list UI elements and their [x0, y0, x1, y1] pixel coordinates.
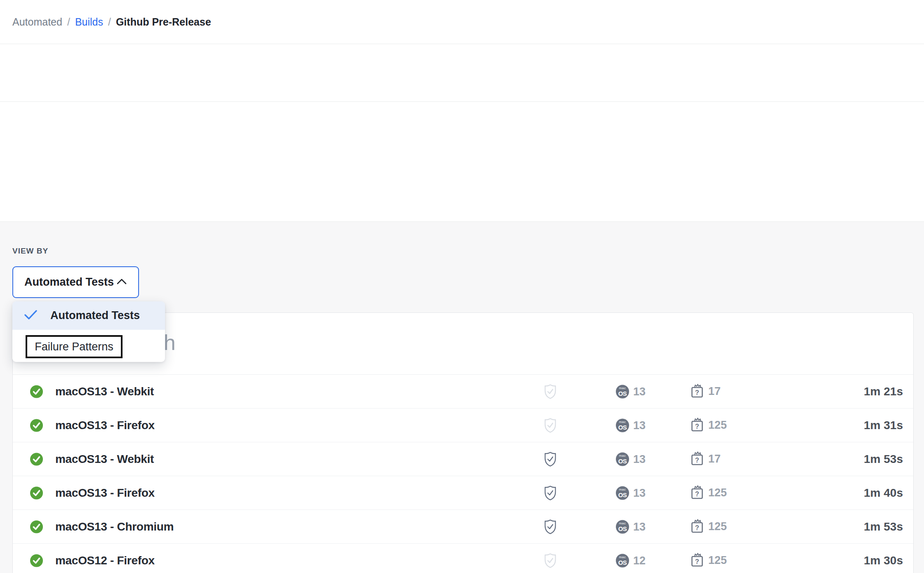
- test-row[interactable]: macOS13 - Firefox macOS 13 ? 125 1m: [13, 409, 913, 442]
- test-duration: 1m 40s: [864, 486, 903, 500]
- view-by-selected-value: Automated Tests: [24, 276, 114, 289]
- menu-item-automated-tests[interactable]: Automated Tests: [12, 301, 165, 330]
- test-row[interactable]: macOS13 - Chromium macOS 13 ? 125 1m: [13, 510, 913, 544]
- tests-column: ? 125: [690, 417, 727, 434]
- tests-count: 125: [708, 554, 727, 567]
- test-duration: 1m 21s: [864, 385, 903, 398]
- view-by-menu: Automated Tests Failure Patterns: [12, 301, 165, 362]
- menu-item-label: Failure Patterns: [35, 341, 113, 353]
- svg-text:?: ?: [695, 457, 699, 464]
- passed-status-icon: [30, 385, 43, 398]
- camera-question-icon: ?: [690, 552, 704, 569]
- passed-status-icon: [30, 520, 43, 533]
- test-name: macOS12 - Firefox: [55, 554, 155, 567]
- os-version: 13: [633, 486, 646, 499]
- tests-column: ? 125: [690, 552, 727, 569]
- test-name: macOS13 - Chromium: [55, 520, 174, 533]
- camera-question-icon: ?: [690, 518, 704, 535]
- menu-item-label: Automated Tests: [50, 309, 140, 322]
- tests-column: ? 125: [690, 484, 727, 502]
- tests-list: macOS13 - Webkit macOS 13 ? 17 1m 21: [13, 375, 913, 573]
- camera-question-icon: ?: [690, 484, 704, 502]
- os-column: macOS 13: [616, 452, 646, 466]
- tests-column: ? 17: [690, 383, 721, 400]
- passed-status-icon: [30, 486, 43, 499]
- tests-column: ? 17: [690, 451, 721, 468]
- macos-badge-icon: macOS: [616, 418, 629, 432]
- breadcrumb-separator: /: [108, 16, 111, 28]
- os-column: macOS 13: [616, 520, 646, 533]
- build-summary-section: 0 QUEUED 0 RUNNING 0 COMPLETED 0 ERRORED…: [0, 102, 924, 222]
- test-name: macOS13 - Firefox: [55, 486, 155, 500]
- passed-status-icon: [30, 453, 43, 465]
- test-duration: 1m 53s: [864, 453, 903, 466]
- macos-badge-icon: macOS: [616, 452, 629, 466]
- breadcrumb-builds-link[interactable]: Builds: [75, 16, 103, 28]
- breadcrumb-automated: Automated: [12, 16, 62, 28]
- view-by-label: VIEW BY: [12, 247, 48, 256]
- test-name: macOS13 - Webkit: [55, 453, 154, 466]
- breadcrumb-current-build: Github Pre-Release: [116, 16, 211, 28]
- svg-text:?: ?: [695, 389, 699, 396]
- os-version: 13: [633, 385, 646, 398]
- tests-count: 125: [708, 520, 727, 533]
- os-version: 13: [633, 453, 646, 465]
- shield-check-icon: [544, 485, 557, 501]
- annotation-highlight-box[interactable]: Failure Patterns: [26, 335, 123, 358]
- tests-count: 125: [708, 486, 727, 499]
- tests-count: 17: [708, 385, 721, 398]
- test-row[interactable]: macOS12 - Firefox macOS 12 ? 125 1m: [13, 544, 913, 573]
- macos-badge-icon: macOS: [616, 486, 629, 500]
- svg-text:?: ?: [695, 524, 699, 531]
- camera-question-icon: ?: [690, 383, 704, 400]
- breadcrumb: Automated / Builds / Github Pre-Release: [12, 16, 211, 28]
- os-column: macOS 12: [616, 554, 646, 567]
- build-status-band: Build failed: [0, 44, 924, 102]
- os-version: 12: [633, 554, 646, 567]
- test-row[interactable]: macOS13 - Firefox macOS 13 ? 125 1m: [13, 476, 913, 510]
- camera-question-icon: ?: [690, 417, 704, 434]
- shield-check-icon: [544, 384, 557, 399]
- test-row[interactable]: macOS13 - Webkit macOS 13 ? 17 1m 53: [13, 442, 913, 476]
- macos-badge-icon: macOS: [616, 385, 629, 398]
- test-duration: 1m 31s: [864, 419, 903, 432]
- passed-status-icon: [30, 419, 43, 432]
- view-by-dropdown[interactable]: Automated Tests: [12, 266, 139, 298]
- svg-text:?: ?: [695, 491, 699, 498]
- os-column: macOS 13: [616, 418, 646, 432]
- svg-text:?: ?: [695, 423, 699, 430]
- os-column: macOS 13: [616, 486, 646, 500]
- menu-item-failure-patterns[interactable]: Failure Patterns: [12, 330, 165, 362]
- svg-text:?: ?: [695, 558, 699, 565]
- test-name: macOS13 - Webkit: [55, 385, 154, 398]
- tests-count: 17: [708, 453, 721, 465]
- macos-badge-icon: macOS: [616, 520, 629, 533]
- os-column: macOS 13: [616, 385, 646, 398]
- passed-status-icon: [30, 554, 43, 567]
- test-row[interactable]: macOS13 - Webkit macOS 13 ? 17 1m 21: [13, 375, 913, 409]
- shield-check-icon: [544, 451, 557, 467]
- check-icon: [24, 310, 38, 322]
- camera-question-icon: ?: [690, 451, 704, 468]
- tests-column: ? 125: [690, 518, 727, 535]
- test-name: macOS13 - Firefox: [55, 419, 155, 432]
- tests-count: 125: [708, 419, 727, 432]
- os-version: 13: [633, 419, 646, 432]
- breadcrumb-separator: /: [67, 16, 70, 28]
- test-duration: 1m 53s: [864, 520, 903, 533]
- macos-badge-icon: macOS: [616, 554, 629, 567]
- chevron-up-icon: [117, 278, 127, 286]
- breadcrumb-bar: Automated / Builds / Github Pre-Release: [0, 0, 924, 44]
- shield-check-icon: [544, 418, 557, 433]
- test-duration: 1m 30s: [864, 554, 903, 567]
- shield-check-icon: [544, 519, 557, 535]
- os-version: 13: [633, 520, 646, 533]
- shield-check-icon: [544, 553, 557, 568]
